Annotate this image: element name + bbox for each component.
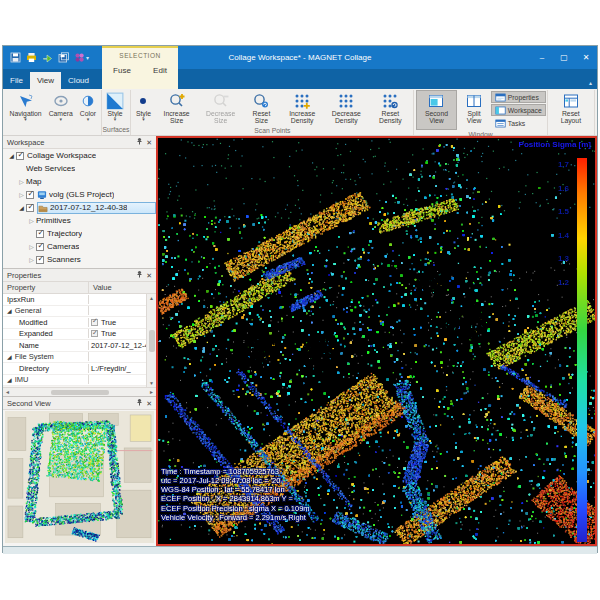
collapse-ribbon-icon[interactable]: ▴	[589, 79, 592, 86]
tab-cloud[interactable]: Cloud	[61, 72, 96, 89]
scrollbar-thumb[interactable]	[149, 330, 155, 352]
close-icon[interactable]: ✕	[146, 400, 152, 407]
tree-item-trajectory[interactable]: Trajectory	[3, 227, 156, 240]
colorbar-tick: 1.4	[549, 231, 569, 240]
collapse-arrow-icon[interactable]: ◢	[7, 307, 12, 314]
column-property[interactable]: Property	[3, 282, 89, 293]
scrollbar-thumb[interactable]	[51, 390, 109, 395]
expand-arrow-icon[interactable]: ▷	[27, 243, 36, 250]
tree-item-cameras[interactable]: ▷Cameras	[3, 240, 156, 253]
collapse-arrow-icon[interactable]: ◢	[17, 204, 26, 211]
camera-button[interactable]: Camera▾	[46, 90, 76, 125]
properties-horizontal-scrollbar[interactable]: ◄ ►	[3, 387, 156, 396]
tasks-button[interactable]: Tasks	[491, 117, 546, 129]
second-view-map-canvas[interactable]	[5, 411, 154, 543]
dropdown-caret-icon: ▾	[24, 117, 27, 122]
reset-density-button[interactable]: Reset Density	[369, 90, 412, 126]
split-view-button[interactable]: Split View	[458, 90, 490, 130]
dropdown-caret-icon: ▾	[142, 117, 145, 122]
tree-item-primitives[interactable]: ▷Primitives	[3, 214, 156, 227]
qat-import-icon[interactable]	[41, 51, 54, 64]
property-row-directory[interactable]: DirectoryL:/Freydin/_	[3, 363, 156, 375]
expand-arrow-icon[interactable]: ▷	[17, 191, 26, 198]
scroll-down-icon[interactable]: ▼	[149, 380, 154, 386]
checkbox[interactable]	[91, 319, 98, 326]
decrease-density-button[interactable]: Decrease Density	[325, 90, 368, 126]
style-button[interactable]: Style▾	[103, 90, 127, 125]
increase-size-button[interactable]: Increase Size	[155, 90, 198, 126]
close-icon[interactable]: ✕	[146, 272, 152, 279]
qat-save-all-icon[interactable]	[57, 51, 70, 64]
pin-icon[interactable]	[135, 137, 143, 147]
collapse-arrow-icon[interactable]: ◢	[7, 376, 12, 383]
property-name: Directory	[19, 364, 49, 373]
main-viewport[interactable]: Position Sigma [m] 1.71.61.51.41.31.2 Ti…	[156, 136, 597, 546]
scroll-up-icon[interactable]: ▲	[149, 295, 154, 301]
property-row-ipsxrun[interactable]: IpsxRun	[3, 294, 156, 306]
minimize-button[interactable]: –	[531, 50, 553, 66]
density-decrease-icon	[338, 93, 354, 109]
pin-icon[interactable]	[135, 270, 143, 280]
tab-edit[interactable]: Edit	[149, 65, 171, 76]
close-button[interactable]: ✕	[575, 50, 597, 66]
properties-vertical-scrollbar[interactable]: ▲ ▼	[146, 294, 156, 387]
tree-item-collage-workspace[interactable]: ◢Collage Workspace	[3, 149, 156, 162]
ribbon-group: Navigation▾Camera▾Color▾	[5, 90, 102, 135]
style-button[interactable]: Style▾	[133, 90, 154, 126]
close-icon[interactable]: ✕	[146, 139, 152, 146]
expand-arrow-icon[interactable]: ▷	[17, 178, 26, 185]
expand-arrow-icon[interactable]: ▷	[27, 256, 36, 263]
property-row-imu[interactable]: ◢IMU	[3, 375, 156, 387]
tree-item-label: 2017-07-12_12-40-38	[50, 203, 127, 212]
qat-collage-logo-icon[interactable]	[73, 51, 86, 64]
property-row-general[interactable]: ◢General	[3, 306, 156, 318]
property-name: IpsxRun	[7, 295, 35, 304]
scroll-left-icon[interactable]: ◄	[5, 389, 10, 395]
checkbox[interactable]	[36, 243, 44, 251]
column-value[interactable]: Value	[89, 282, 116, 293]
tree-item-scanners[interactable]: ▷Scanners	[3, 253, 156, 266]
tree-item-2017-07-12-12-40-38[interactable]: ◢2017-07-12_12-40-38	[3, 201, 156, 214]
expand-arrow-icon[interactable]: ▷	[27, 217, 36, 224]
scroll-right-icon[interactable]: ►	[149, 389, 154, 395]
workspace-button[interactable]: Workspace	[491, 104, 546, 116]
dropdown-caret-icon: ▾	[87, 117, 90, 122]
reset-layout-button[interactable]: Reset Layout	[549, 90, 592, 126]
button-label: Reset Density	[372, 110, 409, 125]
increase-density-button[interactable]: Increase Density	[281, 90, 324, 126]
button-label: Reset Layout	[552, 110, 589, 125]
property-row-file-system[interactable]: ◢File System	[3, 352, 156, 364]
collapse-arrow-icon[interactable]: ◢	[7, 152, 16, 159]
tab-fuse[interactable]: Fuse	[109, 65, 135, 76]
property-row-modified[interactable]: ModifiedTrue	[3, 317, 156, 329]
maximize-button[interactable]: ▢	[553, 50, 575, 66]
tree-item-map[interactable]: ▷Map	[3, 175, 156, 188]
reset-size-button[interactable]: Reset Size	[243, 90, 279, 126]
checkbox[interactable]	[16, 152, 24, 160]
second-view-button[interactable]: Second View	[416, 90, 457, 130]
pin-icon[interactable]	[135, 398, 143, 408]
collapse-arrow-icon[interactable]: ◢	[7, 353, 12, 360]
property-name: General	[15, 306, 42, 315]
style-point-icon	[136, 94, 150, 108]
checkbox[interactable]	[91, 330, 98, 337]
checkbox[interactable]	[36, 230, 44, 238]
properties-icon	[495, 92, 506, 103]
tab-view[interactable]: View	[30, 72, 61, 89]
qat-dropdown-icon[interactable]: ▾	[86, 54, 89, 61]
checkbox[interactable]	[26, 191, 34, 199]
qat-print-icon[interactable]	[25, 51, 38, 64]
color-button[interactable]: Color▾	[77, 90, 99, 125]
navigation-button[interactable]: Navigation▾	[7, 90, 45, 125]
property-value: True	[101, 318, 116, 327]
property-name: File System	[15, 352, 54, 361]
checkbox[interactable]	[36, 256, 44, 264]
checkbox[interactable]	[26, 204, 34, 212]
tree-item-volg-gls-project-[interactable]: ▷volg (GLS Project)	[3, 188, 156, 201]
property-row-name[interactable]: Name2017-07-12_12-40-38	[3, 340, 156, 352]
properties-button[interactable]: Properties	[491, 91, 546, 103]
tab-file[interactable]: File	[3, 72, 30, 89]
qat-save-icon[interactable]	[9, 51, 22, 64]
tree-item-web-services[interactable]: Web Services	[3, 162, 156, 175]
property-row-expanded[interactable]: ExpandedTrue	[3, 329, 156, 341]
